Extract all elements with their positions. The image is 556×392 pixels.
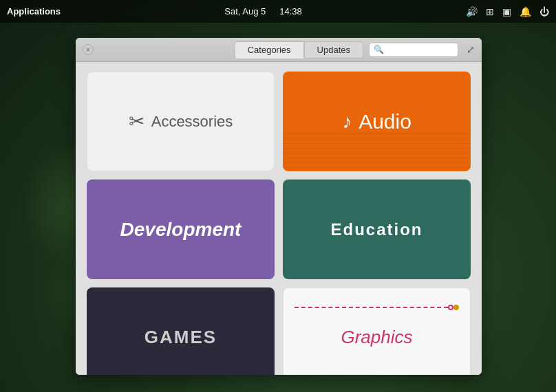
card-label-graphics: Graphics [341, 327, 412, 348]
search-icon: 🔍 [374, 45, 384, 54]
tab-categories[interactable]: Categories [235, 41, 304, 58]
search-input[interactable] [387, 45, 456, 55]
category-card-graphics[interactable]: Graphics [283, 287, 471, 375]
development-label: Development [120, 219, 242, 241]
topbar-right: 🔊 ⊞ ▣ 🔔 ⏻ [466, 6, 549, 17]
education-label: Education [330, 220, 423, 239]
display-icon[interactable]: ▣ [502, 6, 511, 17]
tab-updates[interactable]: Updates [304, 41, 363, 58]
audio-label: Audio [359, 110, 411, 133]
date-display: Sat, Aug 5 [224, 6, 266, 17]
window-titlebar: × Categories Updates 🔍 ⤢ [76, 38, 482, 62]
audio-icon: ♪ [342, 111, 352, 133]
volume-icon[interactable]: 🔊 [466, 6, 478, 17]
power-icon[interactable]: ⏻ [539, 6, 549, 17]
games-label: GAMES [145, 327, 217, 348]
card-label-games: GAMES [145, 327, 217, 348]
category-card-games[interactable]: GAMES [87, 287, 275, 375]
category-card-development[interactable]: Development [87, 179, 275, 279]
titlebar-tabs: Categories Updates [235, 41, 363, 58]
card-label-accessories: ✂ Accessories [129, 110, 233, 133]
notification-icon[interactable]: 🔔 [520, 6, 531, 17]
graphics-label: Graphics [341, 327, 412, 348]
card-label-development: Development [120, 219, 242, 241]
time-display: 14:38 [279, 6, 302, 17]
window-content: ✂ Accessories ♪ Audio Development [76, 62, 482, 375]
category-card-accessories[interactable]: ✂ Accessories [87, 72, 275, 171]
search-box: 🔍 [369, 43, 458, 57]
app-window: × Categories Updates 🔍 ⤢ ✂ Accessories [76, 38, 482, 375]
expand-icon[interactable]: ⤢ [467, 44, 475, 55]
close-icon: × [86, 46, 90, 54]
category-grid: ✂ Accessories ♪ Audio Development [87, 72, 471, 375]
graphics-decoration [295, 301, 459, 314]
dot-right [453, 305, 459, 310]
topbar-center: Sat, Aug 5 14:38 [61, 6, 466, 17]
accessories-icon: ✂ [129, 110, 145, 133]
category-card-education[interactable]: Education [283, 179, 471, 279]
category-card-audio[interactable]: ♪ Audio [283, 72, 471, 171]
app-menu-label[interactable]: Applications [7, 6, 61, 17]
network-icon[interactable]: ⊞ [486, 6, 494, 17]
accessories-label: Accessories [151, 113, 233, 131]
card-label-audio: ♪ Audio [342, 110, 411, 133]
topbar: Applications Sat, Aug 5 14:38 🔊 ⊞ ▣ 🔔 ⏻ [0, 0, 556, 23]
dot-left [448, 305, 453, 310]
card-label-education: Education [330, 220, 423, 239]
close-button[interactable]: × [83, 44, 94, 55]
